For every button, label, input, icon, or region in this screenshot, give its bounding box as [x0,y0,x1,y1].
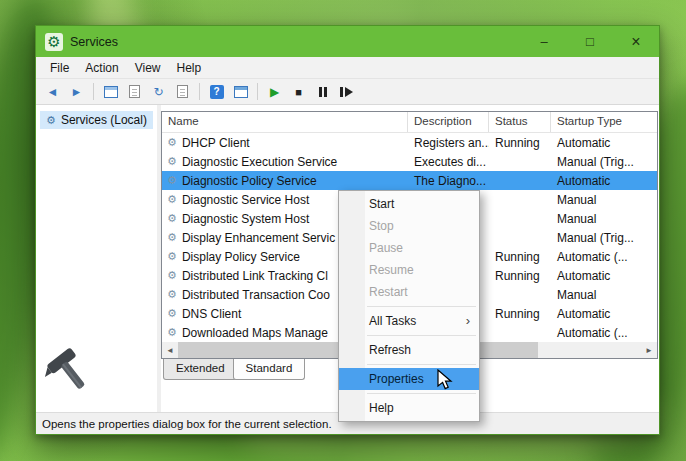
submenu-chevron-icon: › [466,310,470,332]
services-local-icon: ⚙ [46,114,56,127]
help-icon[interactable]: ? [206,81,227,102]
export-list-icon[interactable] [172,81,193,102]
menu-help[interactable]: Help [169,58,210,78]
menu-separator [367,393,476,394]
toolbar-separator [199,83,200,100]
menu-view[interactable]: View [127,58,169,78]
service-gear-icon: ⚙ [167,307,177,320]
table-row-selected[interactable]: ⚙Diagnostic Policy Service The Diagno...… [162,171,657,190]
maximize-button[interactable]: □ [567,26,613,57]
stop-service-icon[interactable]: ■ [288,81,309,102]
column-header-row: Name Description Status Startup Type [162,112,657,133]
pause-service-icon[interactable] [312,81,333,102]
table-row[interactable]: ⚙Diagnostic Execution Service Executes d… [162,152,657,171]
column-header-startup-type[interactable]: Startup Type [551,112,657,132]
context-menu-item-resume: Resume [339,259,479,281]
show-console-tree-icon[interactable] [100,81,121,102]
column-header-name[interactable]: Name [162,112,408,132]
action-pane-icon[interactable] [230,81,251,102]
service-gear-icon: ⚙ [167,155,177,168]
context-menu-item-refresh[interactable]: Refresh [339,339,479,361]
scroll-right-icon[interactable]: ► [641,342,657,358]
context-menu-item-pause: Pause [339,237,479,259]
context-menu-item-all-tasks[interactable]: All Tasks › [339,310,479,332]
column-header-description[interactable]: Description [408,112,489,132]
service-gear-icon: ⚙ [167,136,177,149]
mouse-cursor-icon [437,369,453,395]
tab-extended[interactable]: Extended [163,359,238,380]
services-app-icon: ⚙ [45,33,63,51]
menu-action[interactable]: Action [77,58,126,78]
service-gear-icon: ⚙ [167,174,177,187]
table-row[interactable]: ⚙DHCP Client Registers an... Running Aut… [162,133,657,152]
restart-service-icon[interactable] [336,81,357,102]
menu-file[interactable]: File [42,58,77,78]
tab-standard[interactable]: Standard [233,359,306,380]
back-icon[interactable]: ◄ [42,81,63,102]
column-header-status[interactable]: Status [489,112,551,132]
tree-item-label: Services (Local) [61,113,147,127]
forward-icon[interactable]: ► [66,81,87,102]
context-menu-item-restart: Restart [339,281,479,303]
service-gear-icon: ⚙ [167,193,177,206]
tree-item-services-local[interactable]: ⚙ Services (Local) [40,111,153,129]
close-button[interactable]: × [613,26,659,57]
start-service-icon[interactable]: ▶ [264,81,285,102]
service-gear-icon: ⚙ [167,212,177,225]
service-gear-icon: ⚙ [167,231,177,244]
toolbar-separator [93,83,94,100]
toolbar-separator [257,83,258,100]
service-gear-icon: ⚙ [167,250,177,263]
minimize-button[interactable]: – [521,26,567,57]
title-bar[interactable]: ⚙ Services – □ × [36,26,659,57]
properties-sheet-icon[interactable] [124,81,145,102]
context-menu-item-start[interactable]: Start [339,193,479,215]
context-menu-item-properties[interactable]: Properties [339,368,479,390]
context-menu-item-stop: Stop [339,215,479,237]
console-tree-panel: ⚙ Services (Local) [36,105,161,412]
menu-separator [367,306,476,307]
toolbar: ◄ ► ↻ ? ▶ ■ [36,79,659,105]
hammer-icon [44,346,96,398]
menu-separator [367,335,476,336]
scroll-left-icon[interactable]: ◄ [162,342,178,358]
desktop-background: ⚙ Services – □ × File Action View Help ◄… [0,0,686,461]
service-gear-icon: ⚙ [167,269,177,282]
service-gear-icon: ⚙ [167,326,177,339]
menu-bar: File Action View Help [36,57,659,79]
menu-separator [367,364,476,365]
window-title: Services [70,35,118,49]
refresh-icon[interactable]: ↻ [148,81,169,102]
context-menu: Start Stop Pause Resume Restart All Task… [338,190,480,422]
status-bar-text: Opens the properties dialog box for the … [42,418,332,430]
context-menu-item-help[interactable]: Help [339,397,479,419]
service-gear-icon: ⚙ [167,288,177,301]
